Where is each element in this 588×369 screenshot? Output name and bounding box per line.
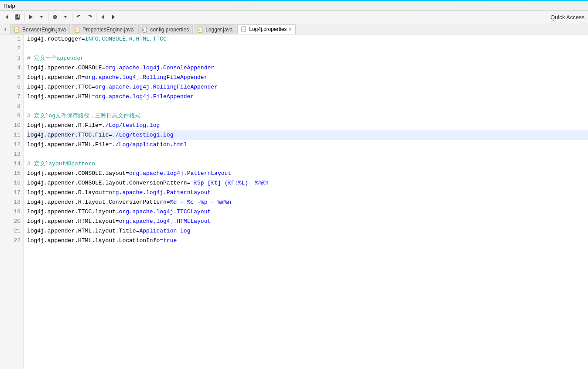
fold-gutter-line-12 bbox=[0, 140, 6, 150]
debug-down-btn[interactable] bbox=[61, 12, 70, 22]
svg-rect-3 bbox=[16, 17, 19, 19]
fold-gutter-line-17 bbox=[0, 188, 6, 198]
line-number-5: 5 bbox=[9, 73, 21, 82]
debug-btn[interactable] bbox=[50, 12, 60, 22]
svg-marker-8 bbox=[64, 16, 67, 18]
nav-back-btn[interactable] bbox=[98, 12, 108, 22]
code-line-17: log4j.appender.R.layout=org.apache.log4j… bbox=[27, 188, 588, 198]
svg-marker-0 bbox=[6, 15, 8, 19]
line-number-1: 1 bbox=[9, 34, 21, 44]
java-file-icon-3: J bbox=[198, 27, 204, 33]
svg-marker-4 bbox=[29, 15, 33, 19]
fold-gutter-line-11 bbox=[0, 130, 6, 140]
tab-log4j-properties[interactable]: P Log4j.properties ✕ bbox=[237, 24, 296, 34]
toolbar: Quick Access bbox=[0, 11, 588, 23]
fold-gutter-line-9 bbox=[0, 111, 6, 121]
line-number-9: 9 bbox=[9, 111, 21, 121]
svg-text:J: J bbox=[198, 29, 200, 31]
fold-gutter-line-13 bbox=[0, 150, 6, 159]
fold-gutter-line-3 bbox=[0, 54, 6, 63]
fold-gutter-line-19 bbox=[0, 207, 6, 217]
redo-btn[interactable] bbox=[85, 12, 94, 22]
code-line-9: # 定义log文件保存路径，三种日志文件格式 bbox=[27, 111, 588, 121]
tab-bar: J BorwserEngin.java J PropertiesEngine.j… bbox=[0, 23, 588, 34]
line-number-13: 13 bbox=[9, 150, 21, 159]
svg-text:J: J bbox=[15, 29, 17, 31]
line-number-19: 19 bbox=[9, 207, 21, 217]
toolbar-sep-4 bbox=[96, 13, 96, 21]
line-number-15: 15 bbox=[9, 169, 21, 178]
code-line-14: # 定义layout和pattern bbox=[27, 159, 588, 169]
run-down-btn[interactable] bbox=[37, 12, 46, 22]
run-btn[interactable] bbox=[26, 12, 36, 22]
fold-gutter-line-21 bbox=[0, 226, 6, 236]
fold-gutter-line-10 bbox=[0, 121, 6, 130]
fold-gutter-line-14 bbox=[0, 159, 6, 169]
back-btn[interactable] bbox=[2, 12, 12, 22]
line-numbers: 12345678910111213141516171819202122 bbox=[6, 34, 24, 369]
line-number-20: 20 bbox=[9, 217, 21, 226]
code-area[interactable]: log4j.rootLogger=INFO,CONSOLE,R,HTML,TTC… bbox=[24, 34, 588, 369]
code-line-15: log4j.appender.CONSOLE.layout=org.apache… bbox=[27, 169, 588, 178]
nav-forward-btn[interactable] bbox=[109, 12, 118, 22]
code-line-13 bbox=[27, 150, 588, 159]
tab-collapse-btn[interactable] bbox=[2, 24, 9, 34]
fold-gutter-line-6 bbox=[0, 82, 6, 92]
code-line-6: log4j.appender.TTCC=org.apache.log4j.Rol… bbox=[27, 82, 588, 92]
code-line-18: log4j.appender.R.layout.ConversionPatter… bbox=[27, 198, 588, 207]
code-line-2 bbox=[27, 44, 588, 54]
tab-config-properties[interactable]: P config.properties bbox=[138, 24, 193, 34]
tab-properties-engine[interactable]: J PropertiesEngine.java bbox=[71, 24, 137, 34]
fold-gutter-line-1 bbox=[0, 34, 6, 44]
fold-gutter-line-22 bbox=[0, 236, 6, 246]
fold-gutter-line-7 bbox=[0, 92, 6, 102]
svg-marker-5 bbox=[40, 16, 43, 18]
undo-btn[interactable] bbox=[74, 12, 84, 22]
line-number-2: 2 bbox=[9, 44, 21, 54]
tab-logger[interactable]: J Logger.java bbox=[194, 24, 236, 34]
code-line-10: log4j.appender.R.File=./Log/testlog.log bbox=[27, 121, 588, 130]
tab-borwser-engine[interactable]: J BorwserEngin.java bbox=[10, 24, 70, 34]
editor-container: 12345678910111213141516171819202122 log4… bbox=[0, 34, 588, 369]
code-line-1: log4j.rootLogger=INFO,CONSOLE,R,HTML,TTC… bbox=[27, 34, 588, 44]
line-number-11: 11 bbox=[9, 130, 21, 140]
code-line-20: log4j.appender.HTML.layout=org.apache.lo… bbox=[27, 217, 588, 226]
line-number-16: 16 bbox=[9, 178, 21, 188]
fold-gutter-line-16 bbox=[0, 178, 6, 188]
java-file-icon-2: J bbox=[75, 27, 81, 33]
line-number-14: 14 bbox=[9, 159, 21, 169]
menu-help[interactable]: Help bbox=[3, 3, 15, 9]
toolbar-sep-3 bbox=[72, 13, 72, 21]
fold-gutter bbox=[0, 34, 6, 369]
line-number-8: 8 bbox=[9, 102, 21, 111]
svg-text:J: J bbox=[75, 29, 77, 31]
tab-close-btn[interactable]: ✕ bbox=[288, 27, 292, 32]
fold-gutter-line-18 bbox=[0, 198, 6, 207]
fold-gutter-line-5 bbox=[0, 73, 6, 82]
code-line-5: log4j.appender.R=org.apache.log4j.Rollin… bbox=[27, 73, 588, 82]
code-line-19: log4j.appender.TTCC.layout=org.apache.lo… bbox=[27, 207, 588, 217]
fold-gutter-line-15 bbox=[0, 169, 6, 178]
line-number-4: 4 bbox=[9, 63, 21, 73]
line-number-12: 12 bbox=[9, 140, 21, 150]
fold-gutter-line-4 bbox=[0, 63, 6, 73]
svg-marker-11 bbox=[4, 27, 6, 31]
fold-gutter-line-20 bbox=[0, 217, 6, 226]
svg-marker-9 bbox=[102, 15, 104, 19]
menu-bar: Help bbox=[0, 1, 588, 11]
toolbar-sep-1 bbox=[24, 13, 24, 21]
java-file-icon: J bbox=[14, 27, 21, 33]
line-number-7: 7 bbox=[9, 92, 21, 102]
quick-access-label: Quick Access bbox=[550, 14, 585, 20]
code-line-8 bbox=[27, 102, 588, 111]
fold-gutter-line-2 bbox=[0, 44, 6, 54]
svg-rect-2 bbox=[16, 15, 18, 17]
line-number-3: 3 bbox=[9, 54, 21, 63]
toolbar-sep-2 bbox=[48, 13, 48, 21]
save-btn[interactable] bbox=[13, 12, 22, 22]
line-number-6: 6 bbox=[9, 82, 21, 92]
prop-file-icon-active: P bbox=[241, 26, 247, 32]
line-number-21: 21 bbox=[9, 226, 21, 236]
code-line-7: log4j.appender.HTML=org.apache.log4j.Fil… bbox=[27, 92, 588, 102]
line-number-10: 10 bbox=[9, 121, 21, 130]
